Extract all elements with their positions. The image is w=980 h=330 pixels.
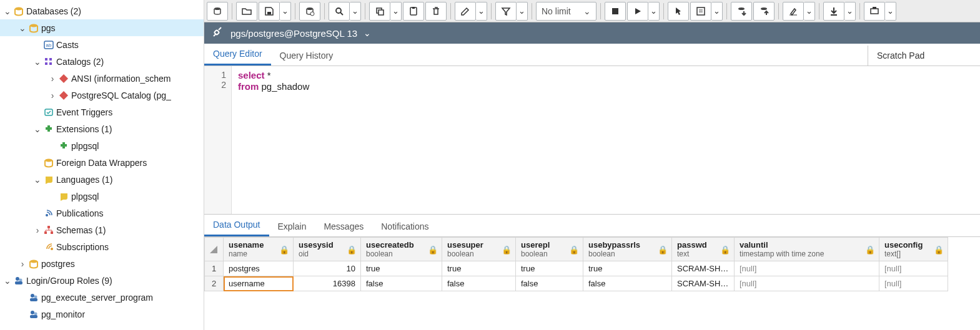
cell-usebypassrls[interactable]: true [583, 261, 672, 276]
tree-node-subscriptions[interactable]: Subscriptions [0, 238, 204, 255]
open-file-button[interactable] [236, 2, 257, 21]
chevron-right-icon[interactable]: › [47, 90, 57, 100]
chevron-down-icon[interactable]: ⌄ [32, 175, 42, 185]
find-button[interactable] [329, 2, 350, 21]
column-header-userepl[interactable]: usereplboolean🔒 [516, 238, 583, 261]
cell-usecreatedb[interactable]: false [361, 276, 442, 291]
chevron-right-icon[interactable]: › [17, 259, 27, 269]
save-data-button[interactable] [207, 2, 228, 21]
cell-userepl[interactable]: false [516, 276, 583, 291]
row-number[interactable]: 2 [205, 276, 224, 291]
execute-dropdown[interactable]: ⌄ [648, 2, 660, 21]
cell-usecreatedb[interactable]: true [361, 261, 442, 276]
save-file-dropdown[interactable]: ⌄ [280, 2, 291, 21]
cell-passwd[interactable]: SCRAM-SH… [672, 276, 735, 291]
cell-usesysid[interactable]: 16398 [294, 276, 361, 291]
column-header-passwd[interactable]: passwdtext🔒 [672, 238, 735, 261]
copy-button[interactable] [369, 2, 390, 21]
download-button[interactable] [823, 2, 844, 21]
tree-node-ansi[interactable]: › ANSI (information_schem [0, 70, 204, 87]
tree-node-event-triggers[interactable]: Event Triggers [0, 104, 204, 120]
chevron-down-icon[interactable]: ⌄ [32, 124, 42, 134]
tab-explain[interactable]: Explain [269, 216, 315, 236]
cell-usesuper[interactable]: false [442, 276, 516, 291]
stop-button[interactable] [605, 2, 626, 21]
cell-useconfig[interactable]: [null] [879, 276, 948, 291]
cell-usebypassrls[interactable]: false [583, 276, 672, 291]
column-header-usesysid[interactable]: usesysidoid🔒 [294, 238, 361, 261]
tree-node-schemas[interactable]: › Schemas (1) [0, 221, 204, 238]
cell-usesuper[interactable]: true [442, 261, 516, 276]
tree-node-plpgsql-ext[interactable]: plpgsql [0, 137, 204, 154]
find-dropdown[interactable]: ⌄ [350, 2, 361, 21]
chevron-down-icon[interactable]: ⌄ [32, 57, 42, 67]
tree-node-role[interactable]: pg_execute_server_program [0, 289, 204, 306]
tree-node-publications[interactable]: Publications [0, 205, 204, 221]
chevron-down-icon[interactable]: ⌄ [2, 6, 12, 16]
tree-node-postgres-db[interactable]: › postgres [0, 255, 204, 272]
cell-valuntil[interactable]: [null] [735, 276, 879, 291]
column-header-usesuper[interactable]: usesuperboolean🔒 [442, 238, 516, 261]
editor-content[interactable]: select * from pg_shadow [232, 66, 980, 214]
tree-node-extensions[interactable]: ⌄ Extensions (1) [0, 120, 204, 137]
column-header-usecreatedb[interactable]: usecreatedbboolean🔒 [361, 238, 442, 261]
tab-query-history[interactable]: Query History [271, 46, 342, 66]
cell-usename[interactable]: postgres [224, 261, 294, 276]
row-number[interactable]: 1 [205, 261, 224, 276]
filter-dropdown[interactable]: ⌄ [517, 2, 528, 21]
tree-node-fdw[interactable]: Foreign Data Wrappers [0, 154, 204, 171]
column-header-valuntil[interactable]: valuntiltimestamp with time zone🔒 [735, 238, 879, 261]
tree-node-languages[interactable]: ⌄ Languages (1) [0, 171, 204, 188]
tree-node-pgcatalog[interactable]: › PostgreSQL Catalog (pg_ [0, 87, 204, 104]
table-row[interactable]: 2username16398falsefalsefalsefalseSCRAM-… [205, 276, 948, 291]
cell-usename[interactable]: username [224, 276, 294, 291]
column-header-usename[interactable]: usenamename🔒 [224, 238, 294, 261]
connection-status-icon[interactable] [210, 27, 224, 39]
cell-usesysid[interactable]: 10 [294, 261, 361, 276]
table-row[interactable]: 1postgres10truetruetruetrueSCRAM-SH…[nul… [205, 261, 948, 276]
tree-node-roles[interactable]: ⌄ Login/Group Roles (9) [0, 272, 204, 289]
chevron-down-icon[interactable]: ⌄ [2, 276, 12, 286]
connection-label[interactable]: pgs/postgres@PostgreSQL 13 [230, 28, 357, 39]
tab-query-editor[interactable]: Query Editor [204, 44, 271, 66]
tree-node-catalogs[interactable]: ⌄ Catalogs (2) [0, 53, 204, 70]
pointer-button[interactable] [668, 2, 689, 21]
chevron-down-icon[interactable]: ⌄ [17, 23, 27, 33]
macros-button[interactable] [864, 2, 885, 21]
macros-dropdown[interactable]: ⌄ [885, 2, 896, 21]
filter-button[interactable] [495, 2, 517, 21]
clear-button[interactable] [783, 2, 804, 21]
edit-dropdown[interactable]: ⌄ [476, 2, 487, 21]
tree-node-casts[interactable]: ab Casts [0, 36, 204, 53]
tab-data-output[interactable]: Data Output [204, 215, 269, 236]
save-file-button[interactable] [259, 2, 280, 21]
cell-useconfig[interactable]: [null] [879, 261, 948, 276]
grid-corner[interactable] [205, 238, 224, 261]
cell-passwd[interactable]: SCRAM-SH… [672, 261, 735, 276]
rollback-button[interactable] [753, 2, 775, 21]
tab-notifications[interactable]: Notifications [372, 216, 437, 236]
tree-node-pgs[interactable]: ⌄ pgs [0, 19, 204, 36]
download-dropdown[interactable]: ⌄ [844, 2, 856, 21]
commit-button[interactable] [731, 2, 752, 21]
column-header-useconfig[interactable]: useconfigtext[]🔒 [879, 238, 948, 261]
copy-dropdown[interactable]: ⌄ [390, 2, 402, 21]
sql-editor[interactable]: 1 2 select * from pg_shadow [204, 66, 980, 215]
tree-node-plpgsql-lang[interactable]: plpgsql [0, 188, 204, 205]
tree-node-role[interactable]: pg_monitor [0, 306, 204, 323]
column-header-usebypassrls[interactable]: usebypassrlsboolean🔒 [583, 238, 672, 261]
explain-button[interactable] [690, 2, 711, 21]
edit-button[interactable] [455, 2, 476, 21]
explain-dropdown[interactable]: ⌄ [711, 2, 723, 21]
delete-button[interactable] [425, 2, 447, 21]
scratch-pad-header[interactable]: Scratch Pad [868, 46, 980, 66]
cell-valuntil[interactable]: [null] [735, 261, 879, 276]
rows-limit-select[interactable]: No limit⌄ [536, 2, 596, 21]
chevron-down-icon[interactable]: ⌄ [364, 28, 371, 38]
result-grid[interactable]: usenamename🔒usesysidoid🔒usecreatedbboole… [204, 237, 980, 330]
chevron-right-icon[interactable]: › [32, 225, 42, 235]
clear-dropdown[interactable]: ⌄ [804, 2, 815, 21]
paste-button[interactable] [403, 2, 424, 21]
chevron-right-icon[interactable]: › [47, 74, 57, 84]
cell-userepl[interactable]: true [516, 261, 583, 276]
